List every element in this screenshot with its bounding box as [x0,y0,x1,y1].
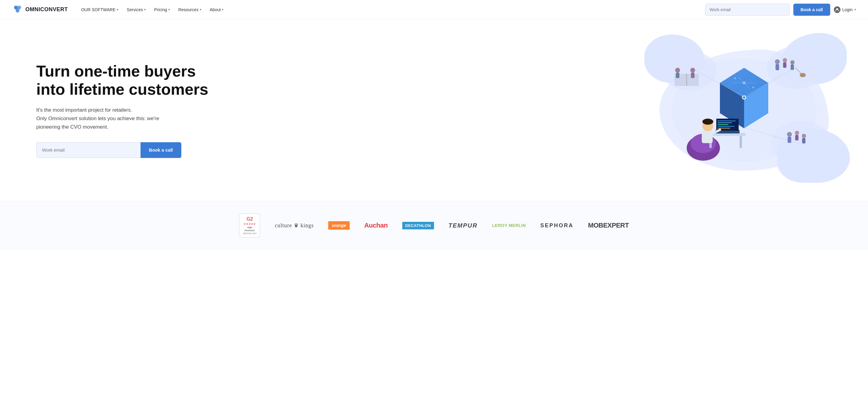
nav-item-about[interactable]: About ▾ [206,5,227,15]
logo-orange: orange [328,221,350,230]
chevron-down-icon: ▾ [855,8,856,11]
brand-orange-text: orange [328,221,350,230]
svg-rect-34 [790,64,794,70]
login-area[interactable]: Login ▾ [834,6,856,13]
login-label: Login [842,7,852,12]
logo-link[interactable]: OMNICONVERT [12,4,68,15]
hero-title: Turn one-time buyers into lifetime custo… [36,62,212,98]
logo-tempur: TEMPUR [448,222,477,229]
logo-mobexpert: MOBEXPERT [588,222,629,229]
nav-item-services[interactable]: Services ▾ [123,5,149,15]
brand-sephora-text: SEPHORA [540,222,574,229]
svg-point-2 [16,8,20,12]
svg-point-56 [702,119,713,125]
logo-sephora: SEPHORA [540,222,574,229]
chevron-down-icon: ▾ [200,8,201,11]
g2-logo: G2 [247,216,253,222]
chevron-down-icon: ▾ [117,8,118,11]
svg-rect-54 [717,128,730,129]
svg-rect-38 [787,137,791,143]
logos-bar: G2 ★★★★★ High Performer WINTER 2022 cult… [0,201,868,250]
svg-rect-26 [676,73,679,78]
navbar: OMNICONVERT OUR SOFTWARE ▾ Services ▾ Pr… [0,0,868,19]
brand-tempur-text: TEMPUR [448,222,477,229]
svg-point-18 [743,96,745,98]
brand-leroymerlin-text: LEROY MERLIN [492,223,526,228]
nav-right: Book a call Login ▾ [705,4,856,16]
svg-rect-32 [783,62,786,68]
svg-rect-28 [691,73,694,78]
svg-rect-47 [740,136,742,148]
nav-email-input[interactable] [705,4,790,16]
logo-leroy-merlin: LEROY MERLIN [492,223,526,228]
brand-culture-kings-text: culture ♛ kings [275,222,314,229]
svg-point-15 [734,78,736,79]
svg-point-27 [690,68,695,73]
svg-point-25 [675,68,680,73]
svg-point-33 [790,60,795,64]
svg-point-37 [787,132,792,137]
hero-content: Turn one-time buyers into lifetime custo… [36,62,212,158]
scene-svg [659,44,829,177]
svg-point-14 [743,81,746,84]
hero-illustration [212,37,832,183]
svg-rect-53 [717,126,735,127]
brand-auchan-text: Auchan [364,222,388,229]
svg-point-16 [752,87,754,88]
nav-item-resources[interactable]: Resources ▾ [175,5,205,15]
logo-auchan: Auchan [364,222,388,229]
svg-rect-50 [717,120,736,121]
logos-inner: G2 ★★★★★ High Performer WINTER 2022 cult… [24,213,844,237]
svg-rect-40 [795,135,799,140]
g2-stars: ★★★★★ [244,222,256,225]
nav-item-pricing[interactable]: Pricing ▾ [151,5,174,15]
svg-point-29 [775,59,780,64]
g2-badge: G2 ★★★★★ High Performer WINTER 2022 [239,213,260,237]
user-icon [834,6,840,13]
svg-point-31 [783,58,787,62]
logo-icon [12,4,23,15]
svg-point-41 [802,134,806,138]
logo-culture-kings: culture ♛ kings [275,222,314,229]
g2-badge-text: High Performer [245,226,255,231]
nav-links: OUR SOFTWARE ▾ Services ▾ Pricing ▾ Reso… [78,5,705,15]
brand-decathlon-text: DECATHLON [402,222,434,229]
illustration-bg [638,31,850,189]
logo-g2-badge: G2 ★★★★★ High Performer WINTER 2022 [239,213,260,237]
hero-email-input[interactable] [36,142,141,158]
nav-book-call-button[interactable]: Book a call [793,4,830,16]
chevron-down-icon: ▾ [222,8,223,11]
svg-point-36 [800,73,806,77]
chevron-down-icon: ▾ [144,8,146,11]
svg-rect-30 [776,64,779,70]
g2-badge-bottom: WINTER 2022 [243,232,256,234]
nav-item-software[interactable]: OUR SOFTWARE ▾ [78,5,122,15]
hero-book-call-button[interactable]: Book a call [141,142,181,158]
svg-point-39 [795,131,799,135]
brand-mobexpert-text: MOBEXPERT [588,222,629,229]
hero-subtitle: It's the most important project for reta… [36,106,175,131]
logo-text: OMNICONVERT [25,6,68,13]
svg-rect-57 [702,131,713,143]
svg-rect-42 [802,138,805,143]
logo-decathlon: DECATHLON [402,222,434,229]
hero-cta: Book a call [36,142,181,158]
hero-section: Turn one-time buyers into lifetime custo… [0,19,868,201]
svg-rect-51 [717,122,732,123]
svg-rect-52 [717,124,728,125]
chevron-down-icon: ▾ [168,8,170,11]
iso-scene [659,44,829,177]
